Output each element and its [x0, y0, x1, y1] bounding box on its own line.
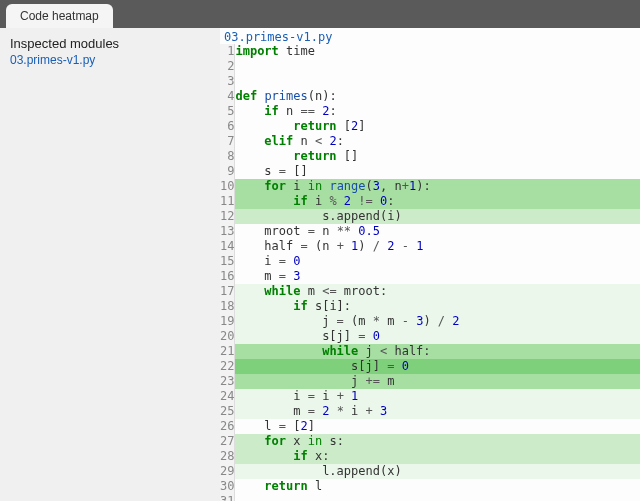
code-line: 12 s.append(i) — [220, 209, 640, 224]
line-number: 13 — [220, 224, 235, 239]
line-number: 3 — [220, 74, 235, 89]
line-number: 1 — [220, 44, 235, 59]
line-number: 2 — [220, 59, 235, 74]
line-code — [235, 59, 640, 74]
code-line: 19 j = (m * m - 3) / 2 — [220, 314, 640, 329]
line-code: elif n < 2: — [235, 134, 640, 149]
code-line: 3 — [220, 74, 640, 89]
line-code: if i % 2 != 0: — [235, 194, 640, 209]
line-number: 28 — [220, 449, 235, 464]
line-number: 11 — [220, 194, 235, 209]
line-number: 26 — [220, 419, 235, 434]
code-line: 28 if x: — [220, 449, 640, 464]
line-number: 25 — [220, 404, 235, 419]
line-number: 24 — [220, 389, 235, 404]
code-line: 29 l.append(x) — [220, 464, 640, 479]
code-line: 5 if n == 2: — [220, 104, 640, 119]
line-code: return [2] — [235, 119, 640, 134]
line-code: j = (m * m - 3) / 2 — [235, 314, 640, 329]
code-line: 11 if i % 2 != 0: — [220, 194, 640, 209]
line-number: 10 — [220, 179, 235, 194]
line-code: s[j] = 0 — [235, 359, 640, 374]
line-code: def primes(n): — [235, 89, 640, 104]
line-number: 31 — [220, 494, 235, 501]
line-code: while j < half: — [235, 344, 640, 359]
line-number: 14 — [220, 239, 235, 254]
line-number: 6 — [220, 119, 235, 134]
line-code: i = i + 1 — [235, 389, 640, 404]
code-line: 10 for i in range(3, n+1): — [220, 179, 640, 194]
code-line: 20 s[j] = 0 — [220, 329, 640, 344]
line-number: 21 — [220, 344, 235, 359]
tab-code-heatmap[interactable]: Code heatmap — [6, 4, 113, 28]
code-line: 7 elif n < 2: — [220, 134, 640, 149]
code-line: 23 j += m — [220, 374, 640, 389]
code-line: 6 return [2] — [220, 119, 640, 134]
line-number: 23 — [220, 374, 235, 389]
line-code: import time — [235, 44, 640, 59]
code-line: 15 i = 0 — [220, 254, 640, 269]
line-code: half = (n + 1) / 2 - 1 — [235, 239, 640, 254]
line-code: m = 3 — [235, 269, 640, 284]
line-code: if x: — [235, 449, 640, 464]
line-number: 29 — [220, 464, 235, 479]
code-line: 1import time — [220, 44, 640, 59]
code-line: 4def primes(n): — [220, 89, 640, 104]
line-number: 17 — [220, 284, 235, 299]
line-code — [235, 74, 640, 89]
line-code: if s[i]: — [235, 299, 640, 314]
code-line: 21 while j < half: — [220, 344, 640, 359]
line-code: m = 2 * i + 3 — [235, 404, 640, 419]
line-code: i = 0 — [235, 254, 640, 269]
code-line: 16 m = 3 — [220, 269, 640, 284]
line-number: 7 — [220, 134, 235, 149]
sidebar-title: Inspected modules — [10, 36, 210, 51]
line-code: return l — [235, 479, 640, 494]
line-number: 15 — [220, 254, 235, 269]
line-number: 20 — [220, 329, 235, 344]
tab-bar: Code heatmap — [0, 0, 640, 28]
code-area[interactable]: 03.primes-v1.py 1import time234def prime… — [220, 28, 640, 501]
module-link[interactable]: 03.primes-v1.py — [10, 53, 210, 67]
line-number: 9 — [220, 164, 235, 179]
line-code: l = [2] — [235, 419, 640, 434]
sidebar: Inspected modules 03.primes-v1.py — [0, 28, 220, 501]
line-number: 22 — [220, 359, 235, 374]
code-line: 22 s[j] = 0 — [220, 359, 640, 374]
line-number: 4 — [220, 89, 235, 104]
line-number: 12 — [220, 209, 235, 224]
code-line: 27 for x in s: — [220, 434, 640, 449]
line-code: return [] — [235, 149, 640, 164]
line-number: 30 — [220, 479, 235, 494]
line-code: s[j] = 0 — [235, 329, 640, 344]
code-line: 25 m = 2 * i + 3 — [220, 404, 640, 419]
code-line: 2 — [220, 59, 640, 74]
line-code: s = [] — [235, 164, 640, 179]
line-number: 27 — [220, 434, 235, 449]
line-code: l.append(x) — [235, 464, 640, 479]
line-number: 8 — [220, 149, 235, 164]
code-line: 8 return [] — [220, 149, 640, 164]
code-line: 13 mroot = n ** 0.5 — [220, 224, 640, 239]
line-code: for i in range(3, n+1): — [235, 179, 640, 194]
code-line: 31 — [220, 494, 640, 501]
code-line: 14 half = (n + 1) / 2 - 1 — [220, 239, 640, 254]
code-line: 26 l = [2] — [220, 419, 640, 434]
file-name-header: 03.primes-v1.py — [220, 28, 640, 44]
code-line: 18 if s[i]: — [220, 299, 640, 314]
line-code: while m <= mroot: — [235, 284, 640, 299]
line-code: mroot = n ** 0.5 — [235, 224, 640, 239]
code-line: 9 s = [] — [220, 164, 640, 179]
line-code: for x in s: — [235, 434, 640, 449]
line-code — [235, 494, 640, 501]
line-code: j += m — [235, 374, 640, 389]
code-line: 30 return l — [220, 479, 640, 494]
code-line: 24 i = i + 1 — [220, 389, 640, 404]
line-number: 18 — [220, 299, 235, 314]
line-number: 5 — [220, 104, 235, 119]
line-number: 19 — [220, 314, 235, 329]
line-code: s.append(i) — [235, 209, 640, 224]
line-number: 16 — [220, 269, 235, 284]
line-code: if n == 2: — [235, 104, 640, 119]
code-line: 17 while m <= mroot: — [220, 284, 640, 299]
